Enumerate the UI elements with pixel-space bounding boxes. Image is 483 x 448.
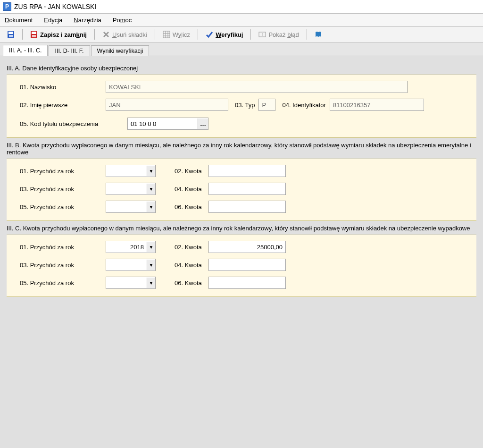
svg-rect-6 — [163, 31, 170, 38]
svg-rect-4 — [32, 32, 36, 34]
toolbar: Zapisz i zamknij Usuń składki Wylicz Wer… — [0, 27, 483, 42]
toolbar-divider — [250, 29, 251, 40]
label-c-year3: 05. Przychód za rok — [20, 279, 106, 287]
grid-icon — [163, 31, 170, 38]
input-c-year2[interactable] — [106, 260, 147, 270]
window-title: ZUS RPA - JAN KOWALSKI — [14, 3, 96, 10]
menu-pomoc[interactable]: Pomoc — [111, 16, 133, 25]
chevron-down-icon[interactable]: ▼ — [147, 202, 155, 212]
show-error-button[interactable]: ! Pokaż błąd — [254, 29, 303, 40]
section-a-heading: III. A. Dane identyfikacyjne osoby ubezp… — [7, 65, 476, 72]
delete-button[interactable]: Usuń składki — [98, 29, 151, 40]
chevron-down-icon[interactable]: ▼ — [147, 166, 155, 176]
combo-c-year1[interactable]: ▼ — [106, 241, 156, 253]
section-c-panel: 01. Przychód za rok ▼ 02. Kwota 03. Przy… — [7, 235, 476, 297]
combo-c-year3[interactable]: ▼ — [106, 277, 156, 289]
combo-b-year1[interactable]: ▼ — [106, 165, 156, 177]
book-icon — [315, 31, 322, 38]
svg-text:!: ! — [262, 32, 263, 37]
menubar: Dokument Edycja Narzędzia Pomoc — [0, 13, 483, 27]
save-icon-button[interactable] — [3, 29, 19, 40]
label-b-amt2: 04. Kwota — [156, 186, 208, 193]
label-c-year2: 03. Przychód za rok — [20, 262, 106, 269]
chevron-down-icon[interactable]: ▼ — [147, 242, 155, 252]
help-icon-button[interactable] — [310, 29, 326, 40]
svg-rect-1 — [8, 32, 13, 34]
floppy-icon — [7, 31, 15, 38]
chevron-down-icon[interactable]: ▼ — [147, 260, 155, 270]
input-c-amt1[interactable] — [208, 241, 286, 253]
calc-button[interactable]: Wylicz — [158, 29, 194, 40]
save-close-button[interactable]: Zapisz i zamknij — [26, 29, 91, 40]
input-c-amt3[interactable] — [208, 277, 286, 289]
toolbar-divider — [307, 29, 307, 40]
label-firstname: 02. Imię pierwsze — [20, 101, 106, 109]
app-icon: P — [3, 2, 11, 11]
input-b-amt2[interactable] — [208, 183, 286, 195]
verify-button[interactable]: Weryfikuj — [201, 29, 247, 40]
menu-narzedzia[interactable]: Narzędzia — [72, 16, 103, 25]
label-identifier: 04. Identyfikator — [275, 101, 330, 109]
label-c-amt2: 04. Kwota — [156, 262, 208, 269]
input-type[interactable] — [258, 99, 275, 111]
input-b-year3[interactable] — [106, 202, 147, 212]
label-c-year1: 01. Przychód za rok — [20, 244, 106, 251]
input-b-amt3[interactable] — [208, 201, 286, 213]
input-b-year1[interactable] — [106, 166, 147, 176]
input-identifier[interactable] — [330, 99, 424, 111]
input-b-year2[interactable] — [106, 184, 147, 194]
label-b-year1: 01. Przychód za rok — [20, 168, 106, 175]
tab-iii-d-f[interactable]: III. D- III. F. — [49, 45, 90, 56]
tab-iii-a-c[interactable]: III. A. - III. C. — [3, 45, 48, 56]
tab-verification-results[interactable]: Wyniki weryfikacji — [91, 45, 150, 56]
ellipsis-icon[interactable]: … — [198, 118, 208, 129]
input-c-amt2[interactable] — [208, 259, 286, 271]
chevron-down-icon[interactable]: ▼ — [147, 184, 155, 194]
section-b-heading: III. B. Kwota przychodu wypłaconego w da… — [7, 142, 476, 156]
label-c-amt3: 06. Kwota — [156, 279, 208, 287]
label-b-amt1: 02. Kwota — [156, 168, 208, 175]
tabstrip: III. A. - III. C. III. D- III. F. Wyniki… — [0, 42, 483, 56]
toolbar-divider — [22, 29, 23, 40]
section-b-panel: 01. Przychód za rok ▼ 02. Kwota 03. Przy… — [7, 159, 476, 221]
toolbar-divider — [155, 29, 155, 40]
label-insurance-code: 05. Kod tytułu ubezpieczenia — [20, 120, 127, 127]
input-firstname[interactable] — [106, 99, 228, 111]
svg-rect-5 — [32, 35, 36, 37]
label-b-year2: 03. Przychód za rok — [20, 186, 106, 193]
section-a-panel: 01. Nazwisko 02. Imię pierwsze 03. Typ 0… — [7, 75, 476, 138]
titlebar: P ZUS RPA - JAN KOWALSKI — [0, 0, 483, 13]
svg-rect-2 — [9, 35, 13, 37]
input-insurance-code[interactable] — [128, 118, 198, 129]
content-area: III. A. Dane identyfikacyjne osoby ubezp… — [0, 56, 483, 305]
label-b-year3: 05. Przychód za rok — [20, 203, 106, 211]
menu-edycja[interactable]: Edycja — [42, 16, 64, 25]
x-icon — [102, 31, 110, 38]
toolbar-divider — [198, 29, 198, 40]
label-type: 03. Typ — [228, 101, 258, 109]
input-lastname[interactable] — [106, 81, 408, 93]
check-icon — [206, 31, 213, 38]
input-c-year3[interactable] — [106, 278, 147, 288]
combo-c-year2[interactable]: ▼ — [106, 259, 156, 271]
combo-b-year3[interactable]: ▼ — [106, 201, 156, 213]
label-b-amt3: 06. Kwota — [156, 203, 208, 211]
combo-b-year2[interactable]: ▼ — [106, 183, 156, 195]
label-lastname: 01. Nazwisko — [20, 84, 106, 91]
warning-icon: ! — [258, 31, 266, 38]
label-c-amt1: 02. Kwota — [156, 244, 208, 251]
input-c-year1[interactable] — [106, 242, 147, 252]
insurance-code-picker[interactable]: … — [127, 118, 208, 130]
input-b-amt1[interactable] — [208, 165, 286, 177]
toolbar-divider — [94, 29, 95, 40]
section-c-heading: III. C. Kwota przychodu wypłaconego w da… — [7, 225, 476, 232]
chevron-down-icon[interactable]: ▼ — [147, 278, 155, 288]
floppy-red-icon — [30, 31, 38, 38]
menu-dokument[interactable]: Dokument — [3, 16, 34, 25]
